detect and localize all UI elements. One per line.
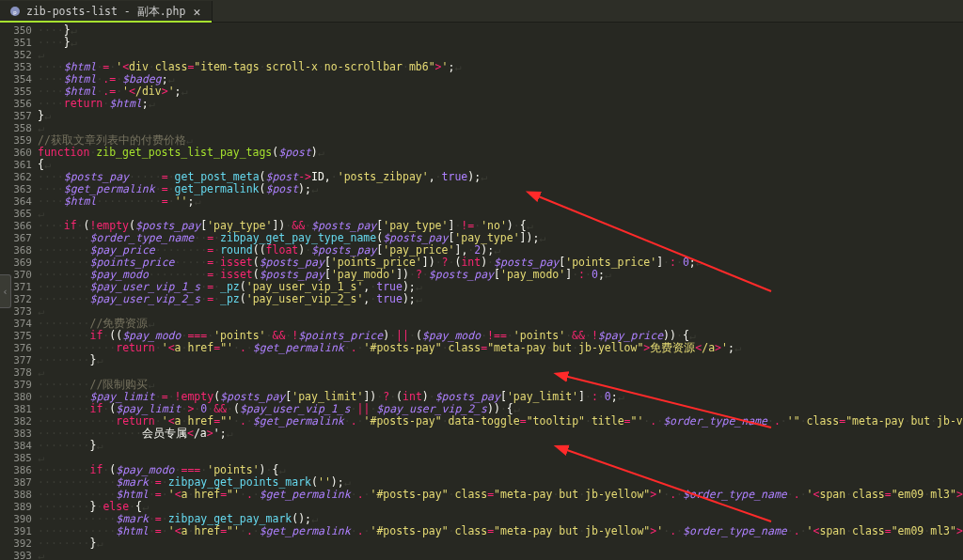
code-line[interactable]: ············$html·=·'<a·href="'·.·$get_p…	[38, 525, 963, 537]
line-number: 383	[2, 428, 32, 440]
code-line[interactable]: ↵	[38, 550, 963, 560]
line-number: 391	[2, 525, 32, 537]
chevron-left-icon: ‹	[2, 287, 8, 297]
code-line[interactable]: ····$html·.=·'</div>';↵	[38, 86, 963, 98]
php-file-icon: p	[9, 6, 21, 17]
code-line[interactable]: ↵	[38, 305, 963, 318]
line-number: 390	[2, 513, 32, 525]
line-number: 360	[2, 147, 32, 159]
code-line[interactable]: ········}↵	[38, 537, 963, 550]
code-line[interactable]: ············return·'<a·href="'·.·$get_pe…	[38, 342, 963, 354]
line-number: 363	[2, 183, 32, 195]
line-number: 380	[2, 391, 32, 403]
code-line[interactable]: ········}↵	[38, 354, 963, 366]
line-number: 382	[2, 415, 32, 428]
line-number: 386	[2, 464, 32, 476]
line-number: 366	[2, 220, 32, 232]
code-line[interactable]: ····}↵	[38, 24, 963, 37]
line-number: 367	[2, 232, 32, 244]
code-line[interactable]: ····}↵	[38, 37, 963, 49]
line-number: 351	[2, 37, 32, 49]
line-number: 353	[2, 61, 32, 73]
line-number: 350	[2, 24, 32, 37]
line-number: 374	[2, 318, 32, 330]
line-number: 352	[2, 49, 32, 61]
line-number: 388	[2, 489, 32, 501]
tab-close-icon[interactable]: ✕	[191, 5, 202, 19]
line-number: 356	[2, 98, 32, 110]
tab-bar: p zib-posts-list - 副本.php ✕	[0, 0, 963, 23]
line-number: 357	[2, 110, 32, 122]
line-number: 376	[2, 342, 32, 354]
code-line[interactable]: function·zib_get_posts_list_pay_tags($po…	[38, 147, 963, 159]
line-number: 365	[2, 208, 32, 220]
line-number: 369	[2, 257, 32, 269]
line-number: 381	[2, 403, 32, 415]
line-number: 354	[2, 73, 32, 86]
code-line[interactable]: ····$html··········=·'';↵	[38, 195, 963, 208]
line-number: 378	[2, 366, 32, 379]
line-number: 385	[2, 452, 32, 464]
line-number: 358	[2, 122, 32, 134]
line-number: 387	[2, 476, 32, 489]
line-number: 355	[2, 86, 32, 98]
line-number: 393	[2, 550, 32, 560]
line-number: 392	[2, 537, 32, 550]
code-line[interactable]: }↵	[38, 110, 963, 122]
code-line[interactable]: ····$html·=·'<div·class="item-tags·scrol…	[38, 61, 963, 73]
line-number: 359	[2, 134, 32, 147]
code-area[interactable]: ····}↵····}↵↵····$html·=·'<div·class="it…	[38, 23, 963, 560]
code-line[interactable]: ········$pay_user_vip_2_s·=·_pz('pay_use…	[38, 293, 963, 305]
code-line[interactable]: ············$html·=·'<a·href="'·.·$get_p…	[38, 489, 963, 501]
line-number: 379	[2, 379, 32, 391]
line-number: 389	[2, 501, 32, 513]
line-number: 362	[2, 171, 32, 183]
code-line[interactable]: ····return·$html;↵	[38, 98, 963, 110]
line-number: 361	[2, 159, 32, 171]
tab-label: zib-posts-list - 副本.php	[26, 5, 185, 19]
panel-expand-handle[interactable]: ‹	[0, 274, 11, 308]
code-line[interactable]: ↵	[38, 366, 963, 379]
line-number: 375	[2, 330, 32, 342]
line-number: 368	[2, 244, 32, 257]
line-number: 364	[2, 195, 32, 208]
tab-active[interactable]: p zib-posts-list - 副本.php ✕	[0, 1, 213, 22]
line-number: 377	[2, 354, 32, 366]
code-line[interactable]: ················会员专属</a>';↵	[38, 428, 963, 440]
code-line[interactable]: ········}↵	[38, 440, 963, 452]
line-number: 384	[2, 440, 32, 452]
code-editor[interactable]: ‹ 35035135235335435535635735835936036136…	[0, 23, 963, 560]
